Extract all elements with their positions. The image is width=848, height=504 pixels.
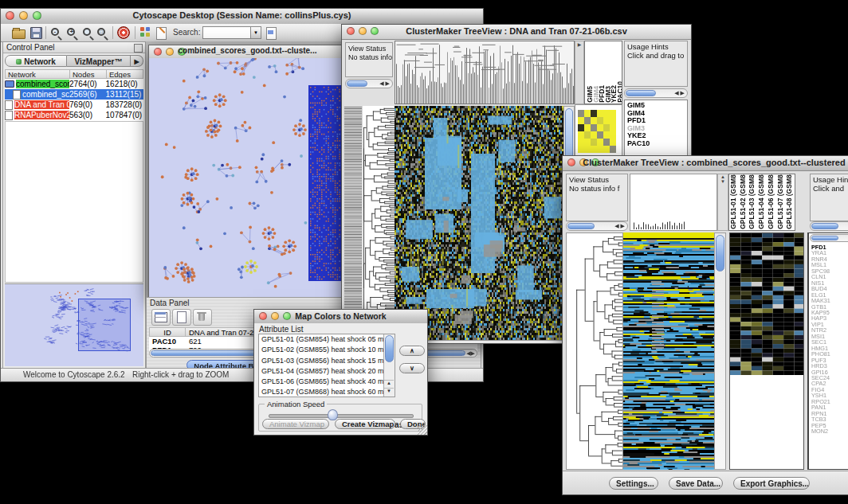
- matrix-cell[interactable]: [610, 139, 616, 146]
- search-dropdown-icon[interactable]: ▼: [250, 26, 261, 39]
- matrix-cell[interactable]: [597, 124, 603, 131]
- gene-label[interactable]: VIP1: [811, 322, 830, 327]
- column-label[interactable]: GPL51-06 (GSM865): [768, 174, 775, 229]
- search-input[interactable]: [202, 26, 253, 39]
- array-dendrogram-panel[interactable]: [630, 174, 717, 231]
- gene-label[interactable]: MAK31: [811, 298, 830, 303]
- gene-label[interactable]: GTB1: [811, 304, 830, 310]
- matrix-cell[interactable]: [584, 139, 591, 146]
- matrix-cell[interactable]: [578, 139, 584, 146]
- main-titlebar[interactable]: Cytoscape Desktop (Session Name: collins…: [1, 9, 483, 25]
- gene-label[interactable]: MSL1: [811, 262, 830, 268]
- matrix-cell[interactable]: [584, 117, 591, 124]
- gene-dendrogram-panel[interactable]: [566, 232, 623, 470]
- heatmap-zoom-view[interactable]: [729, 232, 804, 470]
- speed-slider-thumb[interactable]: [328, 409, 338, 420]
- gene-label[interactable]: RNR4: [811, 256, 830, 262]
- speed-slider-track[interactable]: [269, 414, 414, 418]
- scrollbar-thumb[interactable]: [567, 223, 595, 229]
- node-grid-icon[interactable]: [139, 26, 153, 39]
- gene-label[interactable]: BUD4: [811, 286, 830, 291]
- network-canvas-area[interactable]: [149, 58, 346, 298]
- matrix-cell[interactable]: [591, 139, 597, 146]
- move-up-button[interactable]: ∧: [399, 346, 425, 356]
- attribute-list-item[interactable]: GPL51-01 (GSM854) heat shock 05 min: [259, 334, 395, 345]
- zoom-in-icon[interactable]: +: [66, 26, 80, 39]
- matrix-cell[interactable]: [591, 110, 597, 117]
- gene-label[interactable]: SEC24: [811, 375, 830, 381]
- network-list-area[interactable]: [5, 121, 143, 283]
- gene-label[interactable]: RPN1: [811, 411, 830, 416]
- gene-dendrogram-panel[interactable]: [363, 106, 395, 340]
- scroll-down-icon[interactable]: ▼: [384, 388, 394, 397]
- gene-label[interactable]: YRA1: [811, 250, 830, 256]
- attribute-list-item[interactable]: GPL51-07 (GSM868) heat shock 60 min: [259, 387, 395, 397]
- scrollbar-thumb[interactable]: [385, 335, 394, 362]
- heatmap-vscrollbar[interactable]: [714, 232, 726, 470]
- gene-label[interactable]: HMG1: [811, 346, 830, 351]
- heatmap-global-view[interactable]: [623, 232, 714, 470]
- matrix-cell[interactable]: [591, 117, 597, 124]
- gene-label[interactable]: PEP5: [811, 423, 830, 428]
- settings-button[interactable]: Settings...: [609, 477, 658, 490]
- trash-icon[interactable]: [193, 309, 212, 326]
- open-folder-icon[interactable]: [12, 26, 26, 39]
- matrix-cell[interactable]: [578, 117, 584, 124]
- gene-label[interactable]: PHO81: [811, 351, 830, 357]
- gene-label[interactable]: HAP3: [811, 315, 830, 321]
- matrix-cell[interactable]: [591, 124, 597, 131]
- attribute-list-item[interactable]: GPL51-06 (GSM865) heat shock 40 min: [259, 377, 395, 387]
- column-label[interactable]: GPL51-04 (GSM857): [758, 174, 765, 229]
- heatmap-global-view[interactable]: [395, 106, 563, 340]
- scrollbar-thumb[interactable]: [716, 235, 724, 272]
- scrollbar-thumb[interactable]: [347, 80, 367, 87]
- gene-label[interactable]: FIG4: [811, 387, 830, 393]
- tab-overflow-icon[interactable]: ▶: [131, 55, 143, 67]
- zoom-out-icon[interactable]: -: [50, 26, 64, 39]
- network-overview-panel[interactable]: [5, 283, 143, 366]
- attribute-listbox[interactable]: GPL51-01 (GSM854) heat shock 05 minGPL51…: [258, 334, 395, 397]
- matrix-cell[interactable]: [610, 131, 616, 139]
- gene-label[interactable]: YSH1: [811, 393, 830, 398]
- network-table-row[interactable]: combined_sco2569(6)13112(15): [5, 89, 143, 100]
- column-label[interactable]: GPL51-07 (GSM868): [777, 174, 784, 229]
- column-label[interactable]: PAC10: [617, 81, 623, 103]
- matrix-cell[interactable]: [578, 131, 584, 139]
- zoom-selected-icon[interactable]: [82, 26, 96, 39]
- gene-label[interactable]: MSI1: [811, 334, 830, 339]
- column-label[interactable]: GPL51-03 (GSM856): [748, 174, 756, 229]
- gene-label[interactable]: ELG1: [811, 292, 830, 298]
- matrix-cell[interactable]: [603, 117, 610, 124]
- gene-label[interactable]: NIS1: [811, 280, 830, 286]
- dendrogram-scroll-strip[interactable]: ▶: [575, 41, 584, 104]
- float-panel-icon[interactable]: [134, 44, 143, 53]
- import-table-icon[interactable]: [265, 26, 279, 39]
- gene-label[interactable]: PFD1: [811, 244, 830, 250]
- matrix-cell[interactable]: [584, 146, 591, 153]
- gene-label[interactable]: KAP95: [811, 310, 830, 315]
- matrix-cell[interactable]: [591, 131, 597, 139]
- gene-label[interactable]: MON2: [811, 428, 830, 434]
- export-graphics-button[interactable]: Export Graphics...: [733, 477, 810, 490]
- correlation-mini-heatmap[interactable]: [578, 110, 616, 153]
- scrollbar-thumb[interactable]: [626, 90, 656, 96]
- view-status-hscrollbar[interactable]: ◀▶: [566, 221, 628, 231]
- column-label[interactable]: GPL51-01 (GSM854): [730, 174, 737, 229]
- attribute-list-item[interactable]: GPL51-04 (GSM857) heat shock 20 min: [259, 366, 395, 377]
- new-document-icon[interactable]: [172, 309, 191, 326]
- attribute-table-icon[interactable]: [151, 309, 171, 326]
- column-label[interactable]: GPL51-08 (GSM872): [786, 174, 793, 229]
- matrix-cell[interactable]: [578, 110, 584, 117]
- gene-label[interactable]: PUF3: [811, 357, 830, 363]
- gene-label[interactable]: PAN1: [811, 404, 830, 410]
- network-canvas[interactable]: [149, 58, 344, 297]
- save-icon[interactable]: [29, 26, 43, 39]
- tab-vizmapper[interactable]: VizMapper™: [67, 55, 131, 67]
- animate-vizmap-button[interactable]: Animate Vizmap: [262, 419, 329, 429]
- gene-label[interactable]: SPC98: [811, 268, 830, 274]
- gene-label[interactable]: GPI16: [811, 369, 830, 375]
- help-ring-icon[interactable]: [117, 26, 131, 39]
- matrix-cell[interactable]: [610, 146, 616, 153]
- matrix-cell[interactable]: [603, 146, 610, 153]
- annotation-icon[interactable]: [155, 26, 169, 39]
